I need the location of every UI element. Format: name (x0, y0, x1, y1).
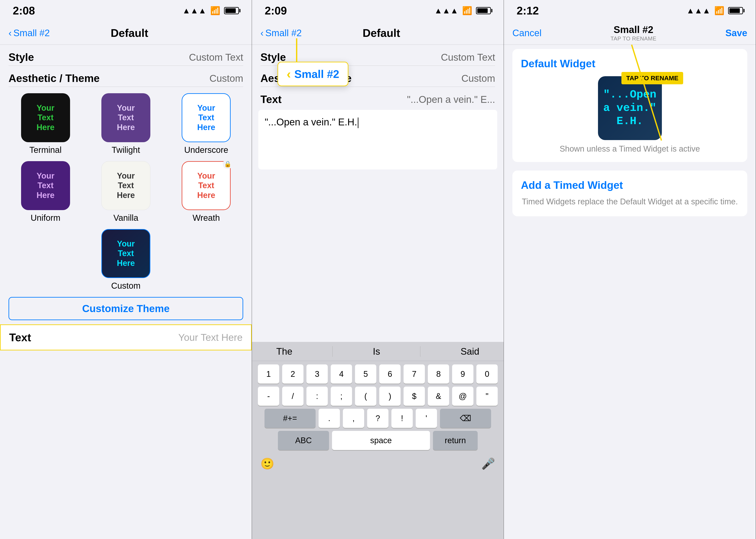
widget-preview: "...Opena vein."E.H. (598, 76, 662, 140)
add-timed-widget-card[interactable]: Add a Timed Widget Timed Widgets replace… (512, 171, 747, 216)
wifi-icon-3: 📶 (714, 6, 724, 15)
theme-preview-terminal: YourTextHere (21, 93, 70, 142)
style-value-1: Custom Text (189, 51, 243, 63)
panel-2: 2:09 ▲▲▲ 📶 ‹ Small #2 Default Style Cust… (252, 0, 504, 539)
theme-label-twilight: Twilight (112, 145, 140, 155)
kb-key-apostrophe[interactable]: ' (416, 409, 437, 428)
text-input-field[interactable]: "...Open a vein." E.H. (258, 110, 497, 170)
callout-bubble: ‹ Small #2 (278, 62, 348, 86)
kb-key-semicolon[interactable]: ; (331, 387, 352, 406)
theme-item-custom[interactable]: YourTextHere Custom (101, 229, 150, 290)
signal-icon-2: ▲▲▲ (434, 6, 458, 15)
nav-tap-rename-top: TAP TO RENAME (611, 35, 656, 42)
autocomplete-word-1[interactable]: The (268, 346, 301, 357)
theme-preview-vanilla: YourTextHere (101, 161, 150, 210)
text-preview-label: Text (260, 93, 282, 106)
autocomplete-bar: The Is Said (252, 342, 504, 361)
kb-key-question[interactable]: ? (367, 409, 388, 428)
status-bar-2: 2:09 ▲▲▲ 📶 (252, 0, 504, 21)
nav-cancel-button[interactable]: Cancel (512, 28, 542, 38)
kb-key-2[interactable]: 2 (282, 364, 303, 384)
kb-key-0[interactable]: 0 (476, 364, 498, 384)
theme-label-wreath: Wreath (193, 213, 220, 223)
kb-key-hashplus[interactable]: #+= (265, 409, 316, 428)
kb-key-9[interactable]: 9 (452, 364, 473, 384)
signal-icon-3: ▲▲▲ (686, 6, 711, 15)
customize-theme-button[interactable]: Customize Theme (9, 297, 243, 320)
kb-key-abc[interactable]: ABC (278, 431, 329, 450)
status-icons-1: ▲▲▲ 📶 (182, 6, 239, 15)
kb-key-6[interactable]: 6 (379, 364, 400, 384)
kb-key-dash[interactable]: - (258, 387, 279, 406)
text-row-1[interactable]: Text Your Text Here (0, 324, 252, 350)
nav-back-label-2[interactable]: Small #2 (265, 28, 302, 38)
style-row-1: Style Custom Text (0, 45, 252, 66)
style-label-1: Style (9, 51, 34, 63)
kb-key-at[interactable]: @ (452, 387, 473, 406)
theme-item-vanilla[interactable]: YourTextHere Vanilla (89, 161, 163, 223)
aesthetic-row-1: Aesthetic / Theme Custom (0, 66, 252, 87)
kb-key-4[interactable]: 4 (331, 364, 352, 384)
kb-key-1[interactable]: 1 (258, 364, 279, 384)
theme-item-wreath[interactable]: YourTextHere 🔒 Wreath (169, 161, 243, 223)
kb-key-dollar[interactable]: $ (403, 387, 425, 406)
nav-bar-1: ‹ Small #2 Default (0, 21, 252, 45)
kb-key-comma[interactable]: , (343, 409, 364, 428)
kb-key-space[interactable]: space (332, 431, 430, 450)
battery-icon-3 (728, 7, 743, 14)
mic-icon[interactable]: 🎤 (481, 457, 495, 470)
default-widget-card: Default Widget "...Opena vein."E.H. TAP … (512, 49, 747, 162)
autocomplete-word-2[interactable]: Is (364, 346, 389, 357)
kb-key-period[interactable]: . (319, 409, 340, 428)
emoji-icon[interactable]: 🙂 (260, 457, 274, 470)
theme-item-uniform[interactable]: YourTextHere Uniform (9, 161, 82, 223)
theme-item-twilight[interactable]: YourTextHere Twilight (89, 93, 163, 155)
add-widget-desc: Timed Widgets replace the Default Widget… (521, 195, 739, 208)
theme-item-terminal[interactable]: YourTextHere Terminal (9, 93, 82, 155)
panel-1: 2:08 ▲▲▲ 📶 ‹ Small #2 Default Style Cust… (0, 0, 252, 539)
battery-icon-1 (224, 7, 239, 14)
nav-save-button[interactable]: Save (725, 28, 747, 38)
add-widget-title: Add a Timed Widget (521, 179, 739, 192)
theme-preview-underscore: YourTextHere (182, 93, 231, 142)
theme-label-terminal: Terminal (30, 145, 61, 155)
theme-preview-wreath: YourTextHere 🔒 (182, 161, 231, 210)
callout-chevron-icon: ‹ (287, 67, 291, 81)
kb-key-exclaim[interactable]: ! (391, 409, 413, 428)
nav-bar-3: Cancel Small #2 TAP TO RENAME Save (504, 21, 756, 45)
tap-to-rename-badge[interactable]: TAP TO RENAME (622, 72, 683, 84)
kb-key-rparen[interactable]: ) (379, 387, 400, 406)
kb-row-special: #+= . , ? ! ' ⌫ (256, 409, 499, 428)
panel-3: 2:12 ▲▲▲ 📶 Cancel Small #2 TAP TO RENAME… (504, 0, 756, 539)
nav-back-1[interactable]: ‹ Small #2 (9, 28, 50, 38)
kb-key-quote[interactable]: " (476, 387, 498, 406)
kb-key-backspace[interactable]: ⌫ (440, 409, 491, 428)
theme-item-underscore[interactable]: YourTextHere Underscore (169, 93, 243, 155)
nav-back-2[interactable]: ‹ Small #2 (260, 28, 302, 38)
kb-key-colon[interactable]: : (306, 387, 328, 406)
kb-key-7[interactable]: 7 (403, 364, 425, 384)
aesthetic-label-1: Aesthetic / Theme (9, 72, 100, 85)
nav-title-1: Default (111, 27, 148, 39)
kb-key-return[interactable]: return (433, 431, 478, 450)
kb-key-amp[interactable]: & (428, 387, 449, 406)
kb-row-numbers: 1 2 3 4 5 6 7 8 9 0 (256, 364, 499, 384)
kb-row-symbols: - / : ; ( ) $ & @ " (256, 387, 499, 406)
signal-icon-1: ▲▲▲ (182, 6, 207, 15)
theme-label-uniform: Uniform (31, 213, 60, 223)
kb-key-5[interactable]: 5 (355, 364, 376, 384)
kb-key-8[interactable]: 8 (428, 364, 449, 384)
kb-key-3[interactable]: 3 (306, 364, 328, 384)
typed-text: "...Open a vein." E.H. (265, 116, 357, 127)
kb-key-lparen[interactable]: ( (355, 387, 376, 406)
kb-key-slash[interactable]: / (282, 387, 303, 406)
style-value-2: Custom Text (441, 51, 495, 63)
autocomplete-word-3[interactable]: Said (452, 346, 488, 357)
chevron-left-icon-2: ‹ (260, 28, 264, 38)
status-bar-1: 2:08 ▲▲▲ 📶 (0, 0, 252, 21)
wifi-icon-2: 📶 (462, 6, 472, 15)
aesthetic-value-1: Custom (210, 73, 243, 84)
theme-label-custom: Custom (111, 281, 140, 290)
callout-text: Small #2 (294, 68, 339, 80)
nav-back-label-1[interactable]: Small #2 (13, 28, 50, 38)
